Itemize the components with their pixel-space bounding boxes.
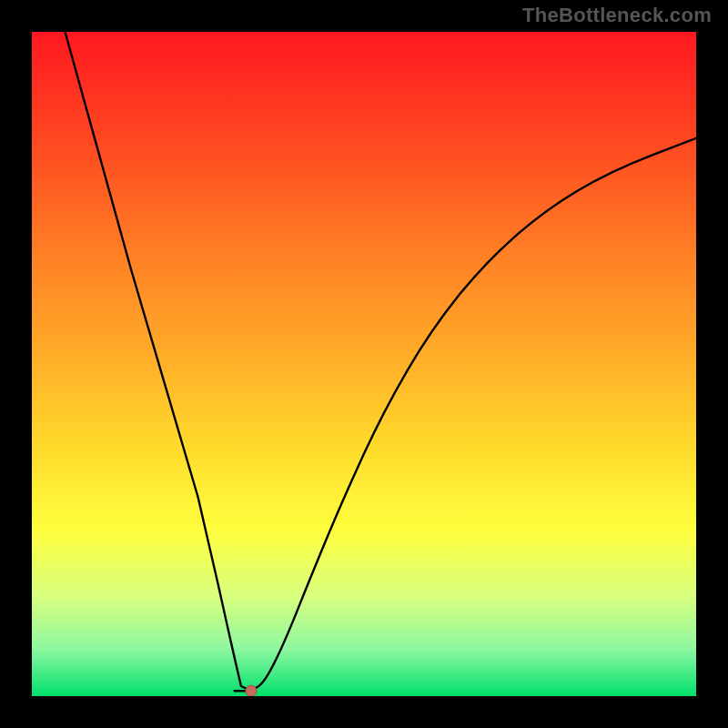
plot-area <box>32 32 696 696</box>
chart-frame: TheBottleneck.com <box>0 0 728 728</box>
attribution-text: TheBottleneck.com <box>522 4 712 27</box>
minimum-marker-dot <box>246 685 257 696</box>
plot-svg <box>32 32 696 696</box>
bottleneck-curve <box>66 32 697 691</box>
